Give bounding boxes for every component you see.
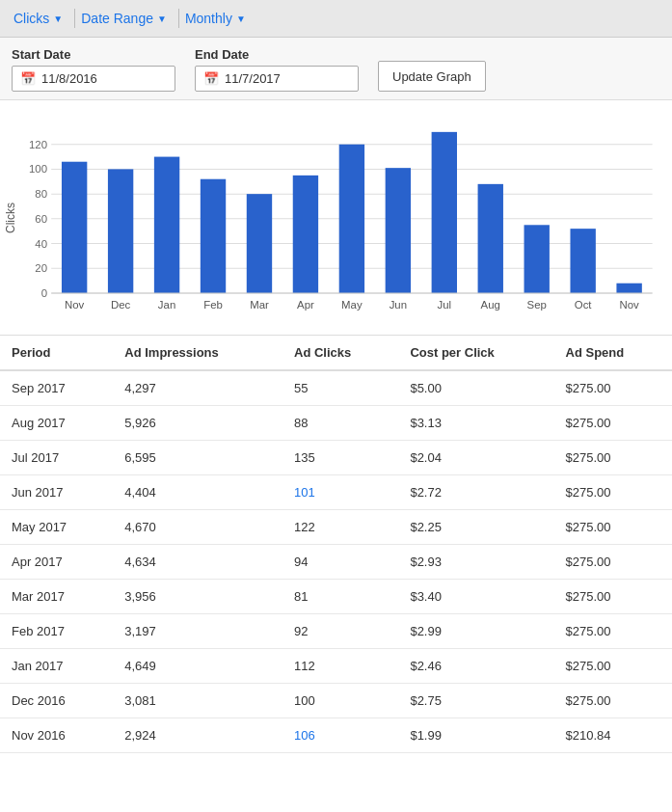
cell-impressions: 4,404 bbox=[113, 475, 282, 510]
divider-2 bbox=[178, 9, 179, 28]
svg-rect-34 bbox=[524, 225, 550, 293]
cell-impressions: 3,197 bbox=[113, 614, 282, 649]
end-date-input-wrap: 📅 bbox=[195, 66, 359, 92]
cell-period: Dec 2016 bbox=[0, 684, 113, 718]
svg-rect-20 bbox=[201, 179, 226, 293]
cell-period: Aug 2017 bbox=[0, 406, 113, 441]
toolbar: Clicks ▼ Date Range ▼ Monthly ▼ bbox=[0, 0, 672, 38]
cell-period: Jul 2017 bbox=[0, 441, 113, 475]
svg-rect-18 bbox=[154, 157, 179, 293]
cell-period: Sep 2017 bbox=[0, 370, 113, 406]
svg-rect-36 bbox=[570, 229, 595, 293]
svg-rect-32 bbox=[478, 184, 503, 293]
cell-cpc: $2.75 bbox=[398, 684, 553, 718]
cell-impressions: 2,924 bbox=[113, 718, 282, 753]
cell-period: Nov 2016 bbox=[0, 718, 113, 753]
cell-cpc: $2.93 bbox=[398, 545, 553, 580]
cell-period: Mar 2017 bbox=[0, 580, 113, 614]
cell-spend: $275.00 bbox=[554, 370, 672, 406]
daterange-chevron: ▼ bbox=[157, 14, 167, 24]
svg-text:Feb: Feb bbox=[203, 299, 223, 311]
table-row: Sep 20174,29755$5.00$275.00 bbox=[0, 370, 672, 406]
table-row: Aug 20175,92688$3.13$275.00 bbox=[0, 406, 672, 441]
end-date-input[interactable] bbox=[225, 71, 350, 86]
cell-clicks[interactable]: 106 bbox=[282, 718, 398, 753]
svg-text:100: 100 bbox=[29, 164, 47, 176]
svg-text:Nov: Nov bbox=[65, 299, 85, 311]
cell-spend: $275.00 bbox=[554, 649, 672, 684]
start-date-input-wrap: 📅 bbox=[12, 66, 175, 92]
cell-cpc: $3.40 bbox=[398, 580, 553, 614]
period-label: Monthly bbox=[185, 11, 232, 26]
cell-cpc: $2.25 bbox=[398, 510, 553, 545]
metric-dropdown[interactable]: Clicks ▼ bbox=[10, 7, 72, 30]
cell-spend: $275.00 bbox=[554, 684, 672, 718]
cell-cpc: $2.99 bbox=[398, 614, 553, 649]
cell-cpc: $1.99 bbox=[398, 718, 553, 753]
cell-clicks: 88 bbox=[282, 406, 398, 441]
cell-impressions: 4,634 bbox=[113, 545, 282, 580]
cell-spend: $210.84 bbox=[554, 718, 672, 753]
period-dropdown[interactable]: Monthly ▼ bbox=[181, 7, 255, 30]
date-controls: Start Date 📅 End Date 📅 Update Graph bbox=[0, 38, 672, 100]
cell-clicks: 94 bbox=[282, 545, 398, 580]
daterange-label: Date Range bbox=[81, 11, 153, 26]
cell-period: Apr 2017 bbox=[0, 545, 113, 580]
col-cpc: Cost per Click bbox=[398, 336, 553, 370]
data-table-wrap: Period Ad Impressions Ad Clicks Cost per… bbox=[0, 336, 672, 753]
cell-spend: $275.00 bbox=[554, 580, 672, 614]
svg-text:40: 40 bbox=[35, 238, 47, 250]
metric-chevron: ▼ bbox=[53, 14, 63, 24]
start-date-label: Start Date bbox=[12, 47, 175, 62]
table-row: May 20174,670122$2.25$275.00 bbox=[0, 510, 672, 545]
table-row: Nov 20162,924106$1.99$210.84 bbox=[0, 718, 672, 753]
cell-period: Jan 2017 bbox=[0, 649, 113, 684]
svg-rect-30 bbox=[432, 132, 457, 293]
cell-clicks: 55 bbox=[282, 370, 398, 406]
cell-impressions: 4,297 bbox=[113, 370, 282, 406]
table-row: Apr 20174,63494$2.93$275.00 bbox=[0, 545, 672, 580]
chart-area: Clicks 020406080100120NovDecJanFebMarApr… bbox=[0, 100, 672, 336]
cell-impressions: 5,926 bbox=[113, 406, 282, 441]
cell-spend: $275.00 bbox=[554, 614, 672, 649]
svg-rect-28 bbox=[386, 168, 411, 293]
svg-text:May: May bbox=[341, 299, 363, 311]
bar-chart: 020406080100120NovDecJanFebMarAprMayJunJ… bbox=[21, 110, 662, 322]
cell-spend: $275.00 bbox=[554, 406, 672, 441]
svg-rect-26 bbox=[339, 145, 364, 293]
svg-text:Aug: Aug bbox=[481, 299, 500, 311]
svg-text:Jul: Jul bbox=[438, 299, 452, 311]
svg-text:Sep: Sep bbox=[527, 299, 547, 311]
table-row: Jan 20174,649112$2.46$275.00 bbox=[0, 649, 672, 684]
cell-clicks: 122 bbox=[282, 510, 398, 545]
svg-text:0: 0 bbox=[41, 287, 47, 299]
svg-text:Jun: Jun bbox=[390, 299, 407, 311]
svg-text:Jan: Jan bbox=[158, 299, 175, 311]
data-table: Period Ad Impressions Ad Clicks Cost per… bbox=[0, 336, 672, 753]
cell-clicks[interactable]: 101 bbox=[282, 475, 398, 510]
table-row: Dec 20163,081100$2.75$275.00 bbox=[0, 684, 672, 718]
table-row: Jun 20174,404101$2.72$275.00 bbox=[0, 475, 672, 510]
cell-cpc: $3.13 bbox=[398, 406, 553, 441]
table-row: Feb 20173,19792$2.99$275.00 bbox=[0, 614, 672, 649]
cell-cpc: $2.46 bbox=[398, 649, 553, 684]
cell-impressions: 3,956 bbox=[113, 580, 282, 614]
cell-spend: $275.00 bbox=[554, 510, 672, 545]
svg-text:Dec: Dec bbox=[111, 299, 131, 311]
svg-rect-38 bbox=[616, 284, 641, 293]
cell-clicks: 112 bbox=[282, 649, 398, 684]
svg-rect-22 bbox=[247, 194, 272, 293]
cell-impressions: 4,649 bbox=[113, 649, 282, 684]
end-date-label: End Date bbox=[195, 47, 359, 62]
divider-1 bbox=[74, 9, 75, 28]
update-graph-button[interactable]: Update Graph bbox=[378, 61, 486, 92]
svg-text:Oct: Oct bbox=[575, 299, 593, 311]
cell-period: Feb 2017 bbox=[0, 614, 113, 649]
daterange-dropdown[interactable]: Date Range ▼ bbox=[77, 7, 176, 30]
chart-inner: 020406080100120NovDecJanFebMarAprMayJunJ… bbox=[21, 110, 662, 325]
start-date-field: Start Date 📅 bbox=[12, 47, 175, 92]
start-calendar-icon: 📅 bbox=[20, 71, 36, 86]
table-body: Sep 20174,29755$5.00$275.00Aug 20175,926… bbox=[0, 370, 672, 753]
svg-rect-14 bbox=[62, 162, 87, 293]
start-date-input[interactable] bbox=[41, 71, 167, 86]
